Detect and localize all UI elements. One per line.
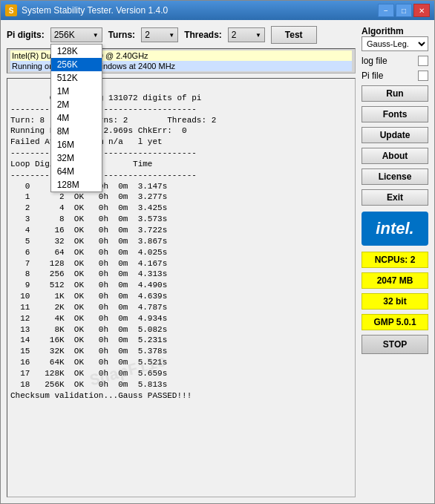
pi-file-checkbox[interactable] [418, 71, 428, 81]
algorithm-label: Algorithm [362, 26, 428, 36]
pi-file-label: Pi file [362, 71, 383, 81]
turns-value: 2 [145, 30, 150, 40]
sidebar: Algorithm Gauss-Leg. Machin Borwein log … [362, 26, 428, 497]
about-button[interactable]: About [362, 148, 428, 164]
threads-label: Threads: [184, 30, 222, 40]
pi-digits-menu: 128K 256K 512K 1M 2M 4M 8M 16M 32M 64M 1… [50, 44, 102, 192]
option-8m[interactable]: 8M [51, 125, 102, 138]
main-area: Pi digits: 256K ▼ 128K 256K 512K 1M 2M 4… [7, 26, 356, 497]
pi-digits-label: Pi digits: [7, 30, 45, 40]
dropdown-arrow-icon: ▼ [93, 32, 99, 39]
memory-text: 2047 MB [377, 275, 413, 286]
intel-logo: intel. [362, 212, 428, 246]
log-file-label: log file [362, 56, 387, 66]
pi-file-row: Pi file [362, 71, 428, 81]
window-title: System Stability Tester. Version 1.4.0 [22, 5, 168, 16]
ncpus-text: NCPUs: 2 [375, 255, 416, 265]
option-32m[interactable]: 32M [51, 151, 102, 165]
turns-arrow-icon: ▼ [169, 32, 174, 39]
pi-digits-dropdown[interactable]: 256K ▼ 128K 256K 512K 1M 2M 4M 8M 16M 32… [50, 27, 102, 42]
gmp-text: GMP 5.0.1 [373, 317, 416, 327]
test-button[interactable]: Test [271, 26, 317, 44]
log-file-row: log file [362, 56, 428, 66]
stop-button[interactable]: STOP [362, 335, 428, 354]
run-button[interactable]: Run [362, 85, 428, 102]
titlebar: S System Stability Tester. Version 1.4.0… [1, 1, 434, 20]
option-256k[interactable]: 256K [51, 58, 102, 71]
close-button[interactable]: ✕ [413, 4, 430, 17]
intel-text: intel. [376, 219, 413, 238]
pi-digits-value: 256K [54, 30, 75, 40]
option-64m[interactable]: 64M [51, 165, 102, 178]
threads-arrow-icon: ▼ [255, 32, 261, 39]
minimize-button[interactable]: − [378, 4, 394, 17]
turns-dropdown[interactable]: 2 ▼ [141, 27, 178, 42]
ncpus-badge: NCPUs: 2 [362, 252, 428, 268]
threads-value: 2 [232, 30, 237, 40]
option-128m[interactable]: 128M [51, 178, 102, 192]
option-128k[interactable]: 128K [51, 45, 102, 58]
content-area: Pi digits: 256K ▼ 128K 256K 512K 1M 2M 4… [1, 20, 434, 503]
bits-text: 32 bit [383, 296, 406, 307]
option-2m[interactable]: 2M [51, 98, 102, 111]
controls-row: Pi digits: 256K ▼ 128K 256K 512K 1M 2M 4… [7, 26, 356, 44]
fonts-button[interactable]: Fonts [362, 106, 428, 122]
algorithm-section: Algorithm Gauss-Leg. Machin Borwein [362, 26, 428, 51]
window-controls: − □ ✕ [378, 4, 430, 17]
option-16m[interactable]: 16M [51, 138, 102, 151]
gmp-badge: GMP 5.0.1 [362, 314, 428, 330]
bits-badge: 32 bit [362, 293, 428, 310]
titlebar-left: S System Stability Tester. Version 1.4.0 [5, 4, 168, 16]
output-text: Calculating 131072 digits of pi --------… [10, 94, 216, 400]
exit-button[interactable]: Exit [362, 189, 428, 206]
option-1m[interactable]: 1M [51, 85, 102, 98]
option-4m[interactable]: 4M [51, 111, 102, 125]
app-icon: S [5, 4, 17, 16]
memory-badge: 2047 MB [362, 272, 428, 289]
algorithm-select[interactable]: Gauss-Leg. Machin Borwein [362, 36, 428, 51]
license-button[interactable]: License [362, 168, 428, 185]
log-file-checkbox[interactable] [418, 56, 428, 66]
threads-dropdown[interactable]: 2 ▼ [228, 27, 265, 42]
update-button[interactable]: Update [362, 127, 428, 143]
pi-digits-button[interactable]: 256K ▼ [50, 27, 102, 42]
turns-label: Turns: [108, 30, 135, 40]
maximize-button[interactable]: □ [396, 4, 412, 17]
option-512k[interactable]: 512K [51, 71, 102, 85]
main-window: S System Stability Tester. Version 1.4.0… [0, 0, 435, 504]
